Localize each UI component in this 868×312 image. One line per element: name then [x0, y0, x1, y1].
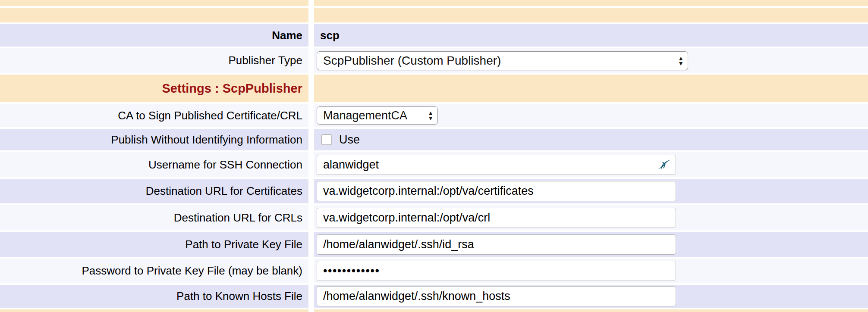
section-strip-top-right — [314, 0, 868, 6]
section-header-top-right — [314, 8, 868, 22]
crl-destination-cell — [314, 205, 868, 230]
ca-select[interactable]: ManagementCA ▲ ▼ — [317, 106, 438, 125]
settings-section-title: Settings : ScpPublisher — [162, 81, 303, 96]
known-hosts-path-input[interactable] — [317, 286, 676, 306]
ssh-username-cell — [314, 152, 868, 177]
crl-destination-input[interactable] — [317, 208, 676, 228]
settings-section-header-right — [314, 75, 868, 102]
section-strip-top-left — [0, 0, 308, 6]
publisher-edit-form: Name scp Publisher Type ScpPublisher (Cu… — [0, 0, 868, 312]
use-checkbox-label: Use — [339, 133, 360, 147]
publisher-type-selected-option: ScpPublisher (Custom Publisher) — [323, 54, 501, 68]
ca-label: CA to Sign Published Certificate/CRL — [0, 104, 308, 127]
section-strip-bottom-right — [314, 309, 868, 312]
name-label: Name — [0, 24, 308, 47]
crl-destination-label: Destination URL for CRLs — [0, 205, 308, 230]
password-manager-autofill-icon[interactable] — [656, 159, 672, 171]
publisher-type-cell: ScpPublisher (Custom Publisher) ▲ ▼ — [314, 48, 868, 73]
settings-section-header: Settings : ScpPublisher — [0, 75, 308, 102]
select-up-down-arrows-icon: ▲ ▼ — [673, 56, 684, 66]
select-up-down-arrows-icon: ▲ ▼ — [423, 110, 434, 121]
name-value-cell: scp — [314, 24, 868, 47]
anonymize-cell: Use — [314, 129, 868, 150]
ca-selected-option: ManagementCA — [323, 109, 407, 122]
cert-destination-label: Destination URL for Certificates — [0, 179, 308, 203]
publisher-name-value: scp — [317, 29, 340, 42]
section-header-top-left — [0, 8, 308, 22]
ca-cell: ManagementCA ▲ ▼ — [314, 104, 868, 127]
private-key-password-label: Password to Private Key File (may be bla… — [0, 259, 308, 283]
cert-destination-input[interactable] — [317, 181, 676, 201]
section-strip-bottom-left — [0, 309, 308, 312]
private-key-password-cell — [314, 259, 868, 283]
private-key-path-input[interactable] — [317, 234, 676, 255]
publisher-type-label: Publisher Type — [0, 48, 308, 73]
private-key-path-label: Path to Private Key File — [0, 232, 308, 257]
cert-destination-cell — [314, 179, 868, 203]
private-key-password-input[interactable] — [317, 261, 676, 281]
publisher-type-select[interactable]: ScpPublisher (Custom Publisher) ▲ ▼ — [317, 51, 688, 70]
use-checkbox[interactable] — [321, 134, 332, 145]
ssh-username-label: Username for SSH Connection — [0, 152, 308, 177]
known-hosts-path-label: Path to Known Hosts File — [0, 285, 308, 308]
anonymize-label: Publish Without Identifying Information — [0, 129, 308, 150]
ssh-username-input[interactable] — [317, 155, 676, 175]
known-hosts-path-cell — [314, 285, 868, 308]
private-key-path-cell — [314, 232, 868, 257]
